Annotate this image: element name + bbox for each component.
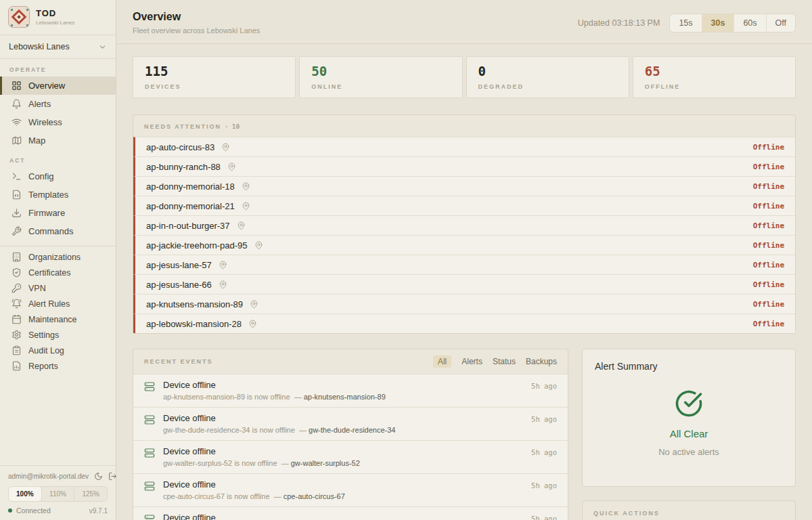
attention-row[interactable]: ap-donny-memorial-21 Offline [133, 196, 795, 215]
map-pin-icon [221, 143, 230, 152]
status-badge: Offline [753, 182, 784, 191]
status-badge: Offline [753, 300, 784, 309]
attention-row[interactable]: ap-donny-memorial-18 Offline [133, 176, 795, 196]
sidebar-item-organizations[interactable]: Organizations [0, 249, 116, 265]
event-row[interactable]: Device offline gw-walter-surplus-52 is n… [133, 440, 568, 473]
map-pin-icon [237, 221, 246, 230]
degraded-count: 0 [478, 64, 617, 79]
sidebar-item-wireless[interactable]: Wireless [0, 113, 116, 131]
sidebar-item-label: Config [28, 171, 54, 181]
event-time: 5h ago [531, 448, 557, 467]
connection-status-dot [8, 508, 12, 513]
gear-icon [12, 330, 22, 340]
refresh-30s-button[interactable]: 30s [702, 14, 734, 32]
zoom-100-button[interactable]: 100% [9, 487, 41, 501]
event-filters: All Alerts Status Backups [433, 355, 557, 368]
event-time: 5h ago [531, 481, 557, 500]
map-pin-icon [254, 241, 263, 250]
status-badge: Offline [753, 261, 784, 269]
sidebar-item-alert-rules[interactable]: Alert Rules [0, 296, 116, 311]
sidebar-item-templates[interactable]: Templates [0, 186, 116, 204]
sidebar-item-certificates[interactable]: Certificates [0, 265, 116, 280]
status-badge: Offline [753, 162, 784, 171]
devices-label: DEVICES [145, 83, 284, 90]
refresh-15s-button[interactable]: 15s [670, 14, 701, 32]
shield-check-icon [12, 267, 22, 278]
filter-all[interactable]: All [433, 355, 451, 368]
sidebar-item-label: Settings [28, 330, 59, 340]
status-badge: Offline [753, 143, 784, 152]
page-header: Overview Fleet overview across Lebowski … [116, 0, 812, 44]
sidebar-item-label: Certificates [28, 268, 71, 278]
attention-row[interactable]: ap-bunny-ranch-88 Offline [133, 156, 795, 176]
attention-row[interactable]: ap-auto-circus-83 Offline [133, 137, 795, 156]
devices-count: 115 [145, 64, 284, 79]
event-row[interactable]: Device offline cpe-auto-circus-67 is now… [133, 473, 568, 506]
refresh-60s-button[interactable]: 60s [734, 14, 765, 32]
event-time: 5h ago [531, 515, 557, 520]
event-row[interactable]: Device offline gw-the-dude-residence-34 … [133, 407, 568, 440]
online-label: ONLINE [311, 83, 450, 90]
attention-row[interactable]: ap-jackie-treehorn-pad-95 Offline [133, 235, 795, 255]
main-content: Overview Fleet overview across Lebowski … [116, 0, 812, 520]
event-title: Device offline [163, 513, 523, 520]
sidebar-item-commands[interactable]: Commands [0, 222, 116, 240]
server-icon [144, 381, 155, 401]
sidebar-item-map[interactable]: Map [0, 131, 116, 150]
device-name: ap-jesus-lane-57 [146, 260, 212, 270]
device-name: ap-jesus-lane-66 [146, 280, 212, 290]
device-name: ap-bunny-ranch-88 [146, 162, 221, 172]
app-logo-icon [8, 6, 30, 28]
alert-summary-title: Alert Summary [595, 361, 783, 372]
sidebar-nav: OPERATE Overview Alerts Wireless Map ACT… [0, 59, 116, 376]
sidebar-item-label: Firmware [28, 208, 65, 218]
terminal-icon [12, 171, 22, 181]
quick-actions-title: QUICK ACTIONS [593, 510, 784, 517]
attention-row[interactable]: ap-in-n-out-burger-37 Offline [133, 215, 795, 235]
refresh-off-button[interactable]: Off [766, 14, 795, 32]
device-name: ap-donny-memorial-18 [146, 181, 235, 192]
event-separator: — [294, 393, 302, 401]
map-pin-icon [227, 162, 236, 171]
needs-attention-title: NEEDS ATTENTION [144, 123, 221, 130]
event-row[interactable]: Device offline ap-knutsens-mansion-89 is… [133, 374, 568, 407]
event-detail: gw-walter-surplus-52 is now offline [163, 459, 277, 467]
file-chart-icon [12, 361, 22, 371]
attention-row[interactable]: ap-jesus-lane-57 Offline [133, 255, 795, 274]
event-row[interactable]: Device offline ap-bunny-ranch-88 is now … [133, 506, 568, 520]
map-pin-icon [219, 280, 227, 289]
theme-moon-icon[interactable] [94, 472, 103, 481]
status-badge: Offline [753, 202, 784, 211]
attention-row[interactable]: ap-jesus-lane-66 Offline [133, 274, 795, 294]
sidebar-item-vpn[interactable]: VPN [0, 280, 116, 296]
sidebar-item-config[interactable]: Config [0, 167, 116, 186]
filter-backups[interactable]: Backups [526, 355, 557, 368]
event-title: Device offline [163, 446, 523, 456]
status-badge: Offline [753, 320, 784, 328]
org-selector[interactable]: Lebowski Lanes [0, 35, 116, 59]
grid-icon [12, 81, 22, 91]
section-label-act: ACT [0, 150, 116, 167]
sidebar-item-audit-log[interactable]: Audit Log [0, 343, 116, 358]
device-name: ap-auto-circus-83 [146, 142, 215, 152]
filter-alerts[interactable]: Alerts [461, 355, 482, 368]
sidebar-item-settings[interactable]: Settings [0, 327, 116, 343]
filter-status[interactable]: Status [493, 355, 516, 368]
zoom-110-button[interactable]: 110% [41, 487, 74, 501]
brand-header: TOD Lebowski Lanes [0, 0, 116, 35]
refresh-interval-control: 15s 30s 60s Off [669, 14, 796, 32]
needs-attention-panel: NEEDS ATTENTION · 10 ap-auto-circus-83 O… [133, 114, 796, 334]
attention-row[interactable]: ap-lebowski-mansion-28 Offline [133, 313, 795, 333]
sidebar-item-maintenance[interactable]: Maintenance [0, 311, 116, 327]
sidebar-item-firmware[interactable]: Firmware [0, 204, 116, 222]
org-selector-value: Lebowski Lanes [9, 42, 70, 51]
sidebar-item-label: Alerts [28, 99, 51, 109]
sidebar-item-reports[interactable]: Reports [0, 358, 116, 374]
bell-ring-icon [12, 299, 22, 309]
zoom-125-button[interactable]: 125% [74, 487, 107, 501]
sidebar-item-overview[interactable]: Overview [0, 77, 116, 95]
attention-row[interactable]: ap-knutsens-mansion-89 Offline [133, 294, 795, 313]
event-separator: — [281, 459, 289, 467]
event-detail: cpe-auto-circus-67 is now offline [163, 492, 270, 500]
sidebar-item-alerts[interactable]: Alerts [0, 95, 116, 113]
